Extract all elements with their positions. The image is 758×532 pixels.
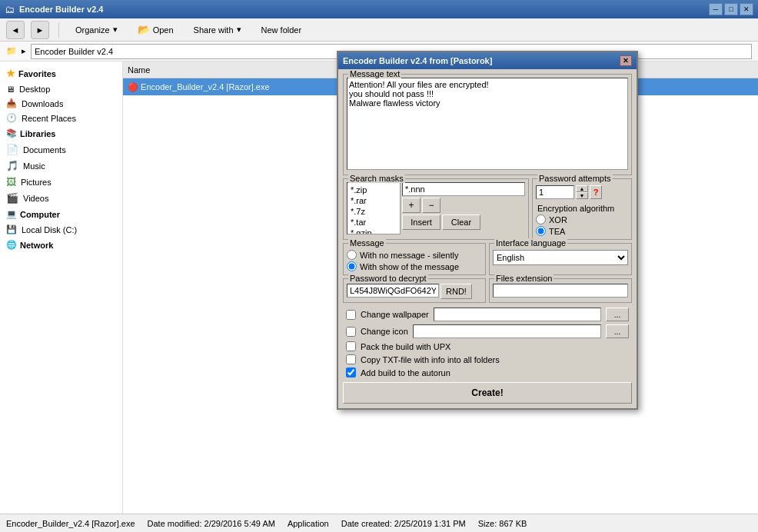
mask-input[interactable]	[402, 182, 525, 196]
tea-label: TEA	[549, 227, 565, 236]
spin-down-button[interactable]: ▼	[576, 192, 588, 199]
spinner: ▲ ▼	[576, 185, 588, 199]
sidebar-item-downloads[interactable]: 📥 Downloads	[0, 96, 122, 111]
organize-button[interactable]: Organize ▾	[68, 22, 125, 38]
xor-radio[interactable]: XOR	[536, 214, 628, 224]
message-label: Message	[348, 238, 386, 248]
network-section[interactable]: 🌐 Network	[0, 237, 122, 253]
show-message-radio-input[interactable]	[347, 261, 357, 271]
autorun-label: Add build to the autorun	[361, 368, 450, 377]
sidebar-item-documents[interactable]: 📄 Documents	[0, 141, 122, 158]
no-message-radio-input[interactable]	[347, 250, 357, 260]
interface-section: Interface language English Russian Germa…	[489, 243, 632, 275]
network-label: Network	[20, 241, 53, 250]
language-select[interactable]: English Russian German French	[493, 250, 628, 265]
list-item[interactable]: *.zip	[349, 185, 398, 195]
show-message-label: With show of the message	[360, 262, 459, 271]
computer-section[interactable]: 💻 Computer	[0, 206, 122, 222]
tea-radio-input[interactable]	[536, 226, 546, 236]
col-name-header[interactable]: Name	[123, 62, 338, 78]
rnd-button[interactable]: RND!	[441, 284, 472, 299]
forward-button[interactable]: ►	[31, 21, 49, 39]
sidebar-item-desktop[interactable]: 🖥 Desktop	[0, 82, 122, 96]
recent-icon: 🕐	[6, 113, 17, 123]
files-ext-input[interactable]	[493, 284, 628, 298]
masks-list[interactable]: *.zip *.rar *.7z *.tar *.gzip	[347, 182, 401, 234]
sidebar-item-music[interactable]: 🎵 Music	[0, 158, 122, 174]
new-folder-label: New folder	[261, 25, 302, 35]
share-with-button[interactable]: Share with ▾	[187, 22, 248, 38]
sidebar-item-local-disk[interactable]: 💾 Local Disk (C:)	[0, 222, 122, 237]
sidebar-item-pictures[interactable]: 🖼 Pictures	[0, 174, 122, 190]
icon-browse-button[interactable]: ...	[606, 324, 629, 338]
clear-button[interactable]: Clear	[442, 214, 480, 230]
icon-input[interactable]	[413, 324, 601, 338]
wallpaper-browse-button[interactable]: ...	[606, 308, 629, 321]
help-button[interactable]: ?	[590, 185, 602, 199]
documents-icon: 📄	[6, 144, 18, 155]
sidebar-item-videos[interactable]: 🎬 Videos	[0, 190, 122, 206]
password-attempts-input[interactable]	[536, 185, 574, 199]
back-button[interactable]: ◄	[6, 21, 25, 39]
spin-up-button[interactable]: ▲	[576, 185, 588, 192]
create-button[interactable]: Create!	[343, 382, 632, 404]
folder-icon: 📁	[6, 46, 17, 56]
dialog-title-text: Encoder Builder v2.4 from [Pastorok]	[343, 56, 492, 65]
show-message-radio[interactable]: With show of the message	[347, 261, 482, 271]
insert-button[interactable]: Insert	[402, 214, 441, 230]
add-mask-button[interactable]: +	[402, 198, 421, 213]
wallpaper-row: Change wallpaper ...	[343, 306, 632, 323]
list-item[interactable]: *.7z	[349, 206, 398, 217]
list-item[interactable]: *.tar	[349, 217, 398, 228]
autorun-checkbox[interactable]	[346, 367, 356, 377]
autorun-row: Add build to the autorun	[343, 366, 632, 379]
status-app-type: Application	[288, 519, 329, 528]
dialog-body: Message text Attention! All your files a…	[338, 69, 637, 408]
message-interface-row: Message With no message - silently With …	[343, 243, 632, 275]
upx-checkbox[interactable]	[346, 341, 356, 351]
message-text-section: Message text Attention! All your files a…	[343, 74, 632, 175]
wallpaper-input[interactable]	[434, 308, 601, 321]
list-item[interactable]: *.rar	[349, 195, 398, 206]
encryption-radio-group: XOR TEA	[536, 214, 628, 236]
remove-mask-button[interactable]: −	[422, 198, 441, 213]
documents-label: Documents	[23, 145, 66, 155]
open-label: Open	[153, 25, 174, 35]
maximize-button[interactable]: □	[724, 3, 738, 15]
title-bar: 🗂 Encoder Builder v2.4 ─ □ ✕	[0, 0, 758, 18]
exe-icon: 🔴	[128, 82, 138, 91]
open-button[interactable]: 📂 Open	[131, 21, 181, 38]
status-bar: Encoder_Builder_v2.4 [Razor].exe Date mo…	[0, 514, 758, 532]
new-folder-button[interactable]: New folder	[254, 22, 309, 38]
favorites-section[interactable]: ★ Favorites	[0, 65, 122, 82]
status-date-modified: Date modified: 2/29/2016 5:49 AM	[148, 519, 275, 528]
password-attempts-label: Password attempts	[537, 174, 613, 183]
interface-label: Interface language	[494, 238, 567, 248]
wallpaper-checkbox[interactable]	[346, 310, 356, 320]
masks-row: Search masks *.zip *.rar *.7z *.tar *.gz…	[343, 178, 632, 240]
star-icon: ★	[6, 68, 15, 79]
sidebar-item-recent[interactable]: 🕐 Recent Places	[0, 111, 122, 125]
txt-label: Copy TXT-file with info into all folders	[361, 355, 500, 364]
local-disk-label: Local Disk (C:)	[22, 225, 77, 234]
libraries-section[interactable]: 📚 Libraries	[0, 125, 122, 141]
message-textarea[interactable]: Attention! All your files are encrypted!…	[347, 78, 628, 170]
pictures-icon: 🖼	[6, 176, 16, 188]
network-icon: 🌐	[6, 240, 17, 250]
minimize-button[interactable]: ─	[709, 3, 723, 15]
computer-label: Computer	[20, 210, 60, 219]
desktop-label: Desktop	[19, 85, 50, 94]
tea-radio[interactable]: TEA	[536, 226, 628, 236]
sidebar: ★ Favorites 🖥 Desktop 📥 Downloads 🕐 Rece…	[0, 62, 123, 514]
xor-label: XOR	[549, 215, 567, 224]
no-message-radio[interactable]: With no message - silently	[347, 250, 482, 260]
close-button[interactable]: ✕	[740, 3, 753, 15]
list-item[interactable]: *.gzip	[349, 228, 398, 234]
txt-checkbox[interactable]	[346, 354, 356, 364]
dialog-close-button[interactable]: ✕	[620, 55, 632, 66]
icon-checkbox[interactable]	[346, 327, 356, 337]
xor-radio-input[interactable]	[536, 214, 546, 224]
toolbar: ◄ ► Organize ▾ 📂 Open Share with ▾ New f…	[0, 18, 758, 42]
status-date-created: Date created: 2/25/2019 1:31 PM	[341, 519, 466, 528]
password-input[interactable]	[347, 284, 439, 298]
